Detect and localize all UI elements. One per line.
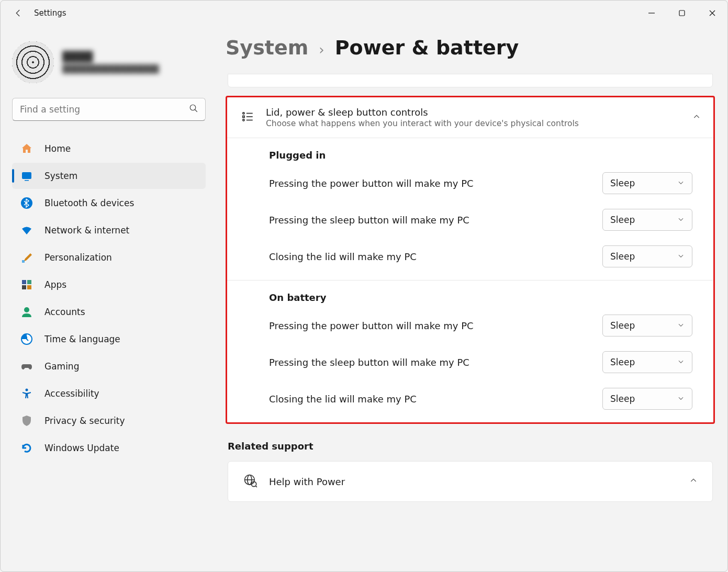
svg-point-4	[190, 105, 196, 110]
accessibility-icon	[19, 386, 34, 401]
chevron-down-icon	[677, 178, 685, 188]
search-icon	[189, 104, 198, 115]
svg-rect-10	[22, 280, 26, 284]
nav-accessibility[interactable]: Accessibility	[12, 380, 206, 407]
dropdown-value: Sleep	[610, 320, 677, 331]
plugged-power-row: Pressing the power button will make my P…	[227, 165, 713, 201]
shield-icon	[19, 413, 34, 428]
breadcrumb: System › Power & battery	[226, 36, 715, 59]
search-box[interactable]	[12, 98, 206, 121]
svg-rect-18	[243, 116, 244, 117]
panel-header[interactable]: Lid, power & sleep button controls Choos…	[227, 97, 713, 138]
svg-rect-7	[25, 180, 29, 181]
profile-name: ████	[62, 51, 159, 62]
chevron-up-icon[interactable]	[689, 476, 698, 487]
nav-time[interactable]: Time & language	[12, 326, 206, 352]
chevron-down-icon	[677, 215, 685, 225]
panel-title: Lid, power & sleep button controls	[266, 107, 692, 118]
nav-apps[interactable]: Apps	[12, 272, 206, 298]
svg-point-14	[24, 307, 29, 312]
maximize-button[interactable]	[667, 3, 697, 24]
list-icon	[241, 110, 254, 126]
sidebar: ████ ████████████████ Home System	[1, 26, 215, 571]
dropdown-value: Sleep	[610, 178, 677, 188]
wifi-icon	[19, 223, 34, 238]
related-support-heading: Related support	[228, 441, 715, 452]
plugged-power-dropdown[interactable]: Sleep	[602, 172, 692, 194]
nav-label: Time & language	[44, 334, 120, 344]
person-icon	[19, 305, 34, 319]
dropdown-value: Sleep	[610, 215, 677, 225]
nav-list: Home System Bluetooth & devices Network …	[12, 136, 206, 461]
setting-label: Closing the lid will make my PC	[269, 394, 602, 405]
battery-power-dropdown[interactable]: Sleep	[602, 315, 692, 337]
nav-label: Bluetooth & devices	[44, 198, 134, 208]
nav-bluetooth[interactable]: Bluetooth & devices	[12, 190, 206, 216]
home-icon	[19, 141, 34, 156]
system-icon	[19, 169, 34, 183]
breadcrumb-parent[interactable]: System	[226, 36, 308, 59]
profile-block[interactable]: ████ ████████████████	[12, 41, 206, 83]
panel-subtitle: Choose what happens when you interact wi…	[266, 119, 692, 128]
update-icon	[19, 441, 34, 455]
nav-gaming[interactable]: Gaming	[12, 353, 206, 379]
chevron-down-icon	[677, 394, 685, 404]
battery-sleep-dropdown[interactable]: Sleep	[602, 351, 692, 373]
svg-rect-13	[27, 285, 31, 289]
bluetooth-icon	[19, 196, 34, 210]
titlebar: Settings	[1, 1, 727, 26]
apps-icon	[19, 277, 34, 292]
nav-label: Windows Update	[44, 443, 119, 453]
chevron-up-icon[interactable]	[692, 113, 701, 123]
profile-email: ████████████████	[62, 64, 159, 74]
nav-label: Personalization	[44, 252, 112, 263]
minimize-button[interactable]	[636, 3, 667, 24]
nav-network[interactable]: Network & internet	[12, 217, 206, 243]
nav-label: System	[44, 171, 77, 181]
dropdown-value: Sleep	[610, 357, 677, 367]
battery-sleep-row: Pressing the sleep button will make my P…	[227, 344, 713, 380]
chevron-right-icon: ›	[319, 42, 324, 58]
nav-privacy[interactable]: Privacy & security	[12, 408, 206, 434]
nav-label: Home	[44, 143, 71, 154]
nav-accounts[interactable]: Accounts	[12, 299, 206, 325]
breadcrumb-current: Power & battery	[335, 36, 519, 59]
setting-label: Pressing the sleep button will make my P…	[269, 357, 602, 368]
plugged-lid-row: Closing the lid will make my PC Sleep	[227, 238, 713, 280]
svg-line-27	[256, 486, 257, 487]
setting-label: Pressing the power button will make my P…	[269, 178, 602, 189]
search-input[interactable]	[12, 98, 206, 121]
dropdown-value: Sleep	[610, 251, 677, 262]
nav-label: Network & internet	[44, 225, 129, 235]
chevron-down-icon	[677, 320, 685, 331]
on-battery-heading: On battery	[227, 281, 713, 307]
svg-rect-9	[22, 260, 25, 263]
back-button[interactable]	[12, 7, 25, 19]
svg-rect-1	[679, 10, 685, 16]
plugged-sleep-dropdown[interactable]: Sleep	[602, 209, 692, 231]
nav-system[interactable]: System	[12, 163, 206, 189]
nav-update[interactable]: Windows Update	[12, 435, 206, 461]
plugged-in-heading: Plugged in	[227, 138, 713, 165]
close-button[interactable]	[697, 3, 727, 24]
dropdown-value: Sleep	[610, 394, 677, 404]
battery-lid-row: Closing the lid will make my PC Sleep	[227, 380, 713, 422]
help-title: Help with Power	[269, 476, 689, 487]
battery-lid-dropdown[interactable]: Sleep	[602, 388, 692, 410]
previous-card-edge	[228, 74, 713, 87]
avatar	[12, 41, 54, 83]
lid-power-sleep-panel: Lid, power & sleep button controls Choos…	[227, 97, 713, 422]
svg-line-5	[195, 109, 197, 112]
main-content: System › Power & battery Lid, power & sl…	[215, 26, 727, 571]
plugged-lid-dropdown[interactable]: Sleep	[602, 245, 692, 267]
brush-icon	[19, 250, 34, 265]
nav-label: Apps	[44, 279, 66, 290]
help-with-power-panel[interactable]: Help with Power	[228, 461, 713, 502]
plugged-sleep-row: Pressing the sleep button will make my P…	[227, 201, 713, 238]
clock-icon	[19, 332, 34, 346]
nav-home[interactable]: Home	[12, 136, 206, 162]
chevron-down-icon	[677, 251, 685, 262]
nav-personalization[interactable]: Personalization	[12, 244, 206, 271]
setting-label: Pressing the sleep button will make my P…	[269, 215, 602, 226]
battery-power-row: Pressing the power button will make my P…	[227, 307, 713, 344]
